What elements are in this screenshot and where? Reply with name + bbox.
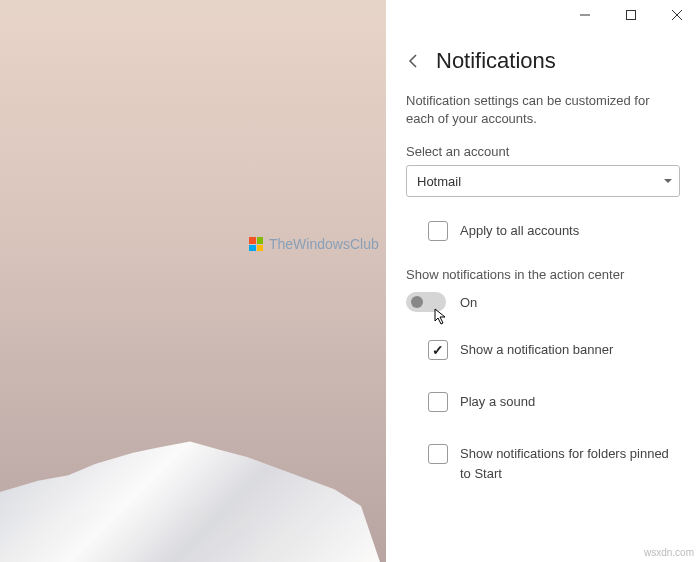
folders-checkbox[interactable]: [428, 444, 448, 464]
watermark: TheWindowsClub: [249, 236, 379, 252]
notifications-panel: Notifications Notification settings can …: [386, 30, 700, 562]
toggle-state-label: On: [460, 295, 477, 310]
close-button[interactable]: [654, 0, 700, 30]
back-icon[interactable]: [406, 53, 422, 69]
action-center-section-label: Show notifications in the action center: [406, 267, 680, 282]
corner-text: wsxdn.com: [644, 547, 694, 558]
apply-all-checkbox[interactable]: [428, 221, 448, 241]
windows-logo-icon: [249, 237, 263, 251]
watermark-text: TheWindowsClub: [269, 236, 379, 252]
folders-label: Show notifications for folders pinned to…: [460, 444, 680, 484]
svg-rect-1: [627, 11, 636, 20]
toggle-knob: [411, 296, 423, 308]
page-title: Notifications: [436, 48, 556, 74]
maximize-button[interactable]: [608, 0, 654, 30]
account-select[interactable]: Hotmail: [406, 165, 680, 197]
apply-all-label: Apply to all accounts: [460, 221, 579, 241]
sound-checkbox[interactable]: [428, 392, 448, 412]
banner-checkbox[interactable]: [428, 340, 448, 360]
banner-label: Show a notification banner: [460, 340, 613, 360]
wallpaper-mountain: [0, 422, 380, 562]
page-subtitle: Notification settings can be customized …: [406, 92, 680, 128]
minimize-button[interactable]: [562, 0, 608, 30]
sound-label: Play a sound: [460, 392, 535, 412]
window-titlebar: [562, 0, 700, 30]
action-center-toggle[interactable]: [406, 292, 446, 312]
account-select-label: Select an account: [406, 144, 680, 159]
